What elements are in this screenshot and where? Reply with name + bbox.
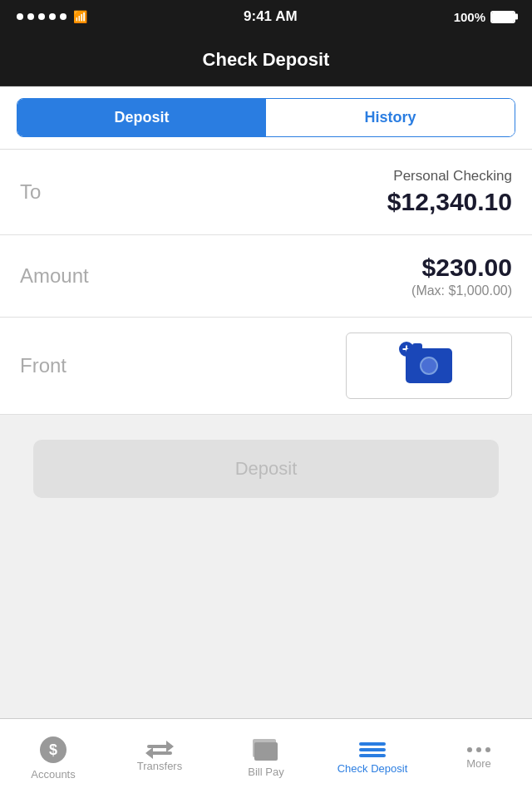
nav-header: Check Deposit (0, 33, 532, 86)
camera-notch (412, 343, 422, 348)
accounts-label: Accounts (31, 768, 75, 781)
battery-icon (490, 11, 515, 23)
tab-more[interactable]: More (426, 719, 532, 798)
deposit-button[interactable]: Deposit (33, 440, 499, 498)
account-name: Personal Checking (387, 168, 512, 185)
amount-value: $230.00 (411, 254, 512, 282)
amount-right: $230.00 (Max: $1,000.00) (411, 254, 512, 298)
signal-dots (17, 13, 66, 20)
to-label: To (20, 180, 41, 204)
amount-label: Amount (20, 264, 89, 288)
tab-billpay[interactable]: Bill Pay (213, 719, 319, 798)
to-row[interactable]: To Personal Checking $12,340.10 (0, 150, 532, 235)
wifi-icon: 📶 (73, 10, 87, 23)
account-balance: $12,340.10 (387, 188, 512, 216)
camera-button[interactable]: + (346, 332, 512, 399)
page-title: Check Deposit (203, 49, 330, 71)
tab-accounts[interactable]: $ Accounts (0, 719, 106, 798)
front-label: Front (20, 354, 66, 377)
status-right: 100% (454, 10, 515, 24)
status-bar: 📶 9:41 AM 100% (0, 0, 532, 33)
main-content: Deposit History To Personal Checking $12… (0, 86, 532, 718)
tab-check-deposit[interactable]: Check Deposit (319, 719, 426, 798)
transfers-label: Transfers (137, 760, 182, 772)
form-section: To Personal Checking $12,340.10 Amount $… (0, 150, 532, 415)
segmented-control-container: Deposit History (0, 86, 532, 150)
check-deposit-icon (359, 742, 386, 757)
billpay-label: Bill Pay (248, 766, 283, 778)
to-right: Personal Checking $12,340.10 (387, 168, 512, 216)
camera-icon: + (406, 348, 452, 383)
tab-deposit[interactable]: Deposit (17, 99, 266, 136)
tab-transfers[interactable]: Transfers (106, 719, 213, 798)
battery-percent: 100% (454, 10, 485, 24)
more-label: More (466, 757, 491, 770)
check-deposit-label: Check Deposit (337, 762, 408, 775)
tab-history[interactable]: History (266, 99, 515, 136)
camera-lens (420, 357, 438, 375)
deposit-btn-section: Deposit (0, 415, 532, 523)
billpay-icon (253, 739, 279, 761)
camera-body (406, 348, 452, 383)
status-left: 📶 (17, 10, 87, 23)
transfers-icon (147, 745, 172, 755)
amount-row[interactable]: Amount $230.00 (Max: $1,000.00) (0, 235, 532, 318)
tab-bar: $ Accounts Transfers Bill Pay Check Depo… (0, 718, 532, 798)
amount-max: (Max: $1,000.00) (411, 283, 512, 298)
segmented-control: Deposit History (17, 98, 515, 137)
status-time: 9:41 AM (244, 8, 298, 25)
more-icon (467, 747, 490, 752)
arrow-left (147, 751, 172, 755)
accounts-icon: $ (40, 736, 66, 763)
front-row: Front + (0, 318, 532, 415)
